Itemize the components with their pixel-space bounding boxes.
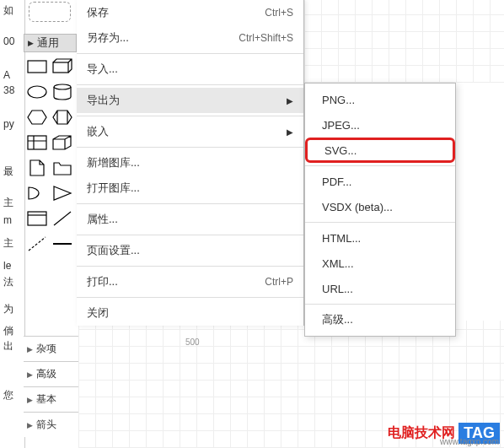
- menu-saveas[interactable]: 另存为...Ctrl+Shift+S: [77, 25, 303, 51]
- shape-file[interactable]: [25, 156, 49, 180]
- shape-cylinder[interactable]: [51, 80, 74, 104]
- shape-palette: [24, 53, 78, 257]
- shape-triangle[interactable]: [51, 181, 74, 205]
- separator: [77, 84, 303, 85]
- shape-ellipse[interactable]: [25, 80, 49, 104]
- bg-text: 38: [3, 84, 14, 96]
- watermark-url: www.tagxp.com: [440, 437, 499, 446]
- svg-rect-1: [53, 62, 68, 73]
- menu-pagesetup[interactable]: 页面设置...: [77, 238, 303, 263]
- menu-label: 属性...: [87, 212, 293, 227]
- chevron-right-icon: ▶: [27, 421, 33, 429]
- menu-label: 另存为...: [87, 30, 239, 46]
- submenu-label: 高级...: [322, 312, 353, 327]
- chevron-right-icon: ▶: [27, 396, 33, 404]
- shape-folder[interactable]: [51, 156, 74, 180]
- category-basic[interactable]: ▶基本: [24, 386, 78, 412]
- category-adv[interactable]: ▶高级: [24, 361, 78, 386]
- svg-point-3: [54, 84, 71, 89]
- selection-rect-icon: [29, 2, 71, 22]
- export-svg[interactable]: SVG...: [305, 138, 455, 163]
- submenu-label: HTML...: [322, 232, 361, 245]
- bg-text: m: [3, 214, 12, 226]
- export-url[interactable]: URL...: [305, 276, 455, 301]
- export-jpeg[interactable]: JPEG...: [305, 112, 455, 138]
- svg-rect-5: [28, 212, 46, 225]
- category-arrow[interactable]: ▶箭头: [24, 412, 78, 437]
- menu-label: 页面设置...: [87, 243, 293, 258]
- background-strip: 如 00 A 38 py 最 主 m 主 le 法 为 倘 出 您: [0, 0, 25, 448]
- shape-hline[interactable]: [51, 232, 74, 256]
- category-label: 杂项: [36, 342, 56, 356]
- bg-text: 为: [3, 302, 13, 316]
- export-pdf[interactable]: PDF...: [305, 169, 455, 194]
- export-html[interactable]: HTML...: [305, 225, 455, 251]
- export-xml[interactable]: XML...: [305, 251, 455, 276]
- menu-export[interactable]: 导出为▶: [77, 88, 303, 113]
- chevron-right-icon: ▶: [27, 370, 33, 379]
- bg-text: 主: [3, 236, 13, 251]
- submenu-label: XML...: [322, 257, 354, 270]
- shape-hexagon[interactable]: [25, 105, 49, 129]
- separator: [77, 235, 303, 235]
- menu-label: 导出为: [87, 93, 280, 108]
- shape-cube[interactable]: [51, 131, 74, 154]
- separator: [77, 266, 303, 267]
- menu-save[interactable]: 保存Ctrl+S: [77, 0, 303, 25]
- menu-openlib[interactable]: 打开图库...: [77, 175, 303, 201]
- menu-label: 导入...: [87, 62, 293, 77]
- chevron-right-icon: ▶: [28, 39, 34, 47]
- category-misc[interactable]: ▶杂项: [24, 336, 78, 361]
- bg-text: 法: [3, 275, 13, 289]
- separator: [305, 304, 455, 305]
- chevron-right-icon: ▶: [287, 96, 293, 105]
- menu-print[interactable]: 打印...Ctrl+P: [77, 269, 303, 294]
- menu-label: 打印...: [87, 274, 265, 289]
- category-label: 高级: [36, 367, 56, 381]
- shape-rect3d[interactable]: [51, 55, 74, 78]
- menu-label: 关闭: [87, 305, 293, 321]
- shape-halfcircle[interactable]: [25, 181, 49, 205]
- category-label: 基本: [36, 392, 56, 407]
- submenu-label: URL...: [322, 283, 353, 295]
- submenu-label: SVG...: [324, 144, 357, 157]
- shape-table[interactable]: [25, 131, 49, 154]
- submenu-label: VSDX (beta)...: [322, 201, 393, 213]
- shortcut: Ctrl+P: [265, 276, 293, 288]
- file-menu: 保存Ctrl+S 另存为...Ctrl+Shift+S 导入... 导出为▶ 嵌…: [77, 0, 304, 326]
- panel-label: 通用: [37, 35, 59, 51]
- bg-text: 主: [3, 196, 13, 210]
- separator: [77, 203, 303, 204]
- bg-text: A: [3, 69, 10, 81]
- collapsed-panel[interactable]: ▶ 通用: [24, 34, 77, 52]
- export-vsdx[interactable]: VSDX (beta)...: [305, 194, 455, 219]
- bg-text: 最: [3, 165, 13, 179]
- menu-newlib[interactable]: 新增图库...: [77, 150, 303, 175]
- svg-point-2: [28, 86, 46, 98]
- canvas-grid-top[interactable]: [304, 0, 504, 83]
- bg-text: 出: [3, 339, 13, 354]
- separator: [77, 297, 303, 298]
- shape-line2[interactable]: [25, 232, 49, 256]
- shape-window[interactable]: [25, 207, 49, 230]
- shape-hex3d[interactable]: [51, 105, 74, 129]
- submenu-label: PNG...: [322, 94, 355, 106]
- shape-rect[interactable]: [25, 55, 49, 78]
- menu-close[interactable]: 关闭: [77, 300, 303, 326]
- chevron-right-icon: ▶: [27, 345, 33, 354]
- bg-text: 您: [3, 388, 13, 402]
- submenu-label: JPEG...: [322, 119, 360, 132]
- bg-text: 00: [3, 35, 14, 47]
- separator: [77, 147, 303, 148]
- export-png[interactable]: PNG...: [305, 87, 455, 112]
- ruler-mark: 500: [185, 337, 200, 347]
- menu-embed[interactable]: 嵌入▶: [77, 119, 303, 144]
- menu-props[interactable]: 属性...: [77, 207, 303, 232]
- svg-rect-0: [28, 61, 46, 73]
- category-label: 箭头: [36, 418, 56, 432]
- export-advanced[interactable]: 高级...: [305, 307, 455, 332]
- bg-text: 倘: [3, 324, 13, 338]
- menu-import[interactable]: 导入...: [77, 57, 303, 82]
- shape-line[interactable]: [51, 207, 74, 230]
- shortcut: Ctrl+S: [265, 7, 293, 19]
